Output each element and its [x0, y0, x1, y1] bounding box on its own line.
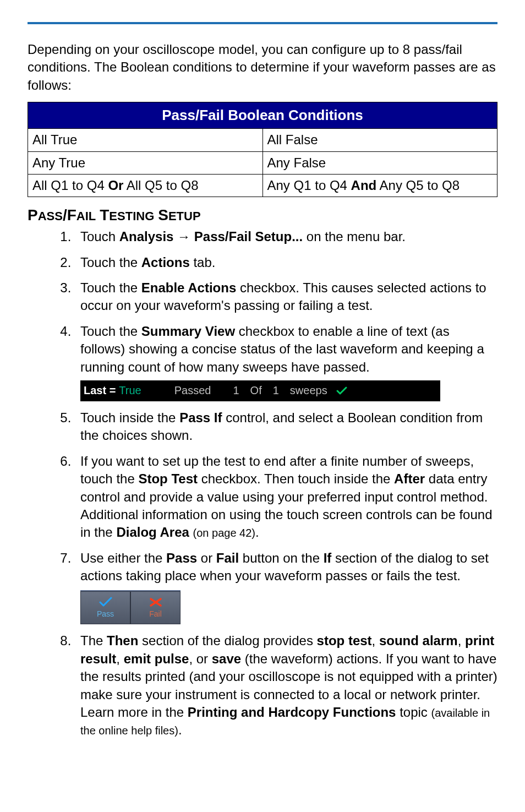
intro-paragraph: Depending on your oscilloscope model, yo…	[28, 41, 497, 94]
step-4: Touch the Summary View checkbox to enabl…	[75, 323, 497, 401]
summary-n1: 1	[227, 383, 244, 398]
step-1: Touch Analysis → Pass/Fail Setup... on t…	[75, 228, 497, 246]
step-3: Touch the Enable Actions checkbox. This …	[75, 279, 497, 315]
pass-button[interactable]: Pass	[80, 591, 130, 624]
check-icon	[333, 384, 348, 397]
steps-list: Touch Analysis → Pass/Fail Setup... on t…	[28, 228, 497, 739]
horizontal-rule	[28, 22, 497, 24]
summary-true: True	[119, 383, 174, 398]
table-row: Any True Any False	[28, 151, 497, 174]
section-heading: PASS/FAIL TESTING SETUP	[28, 205, 497, 226]
summary-n2: 1	[267, 383, 285, 398]
cell-all-true: All True	[28, 129, 263, 151]
x-icon	[149, 597, 163, 608]
summary-label: Last =	[80, 383, 119, 398]
summary-of: Of	[245, 383, 267, 398]
fail-button[interactable]: Fail	[130, 591, 181, 624]
cell-all-false: All False	[262, 129, 497, 151]
cell-q-and: Any Q1 to Q4 And Any Q5 to Q8	[262, 175, 497, 197]
step-8: The Then section of the dialog provides …	[75, 632, 497, 739]
cell-q-or: All Q1 to Q4 Or All Q5 to Q8	[28, 175, 263, 197]
table-header: Pass/Fail Boolean Conditions	[28, 102, 497, 129]
step-2: Touch the Actions tab.	[75, 254, 497, 271]
check-icon	[98, 597, 113, 608]
cell-any-false: Any False	[262, 151, 497, 174]
step-5: Touch inside the Pass If control, and se…	[75, 409, 497, 445]
summary-sweeps: sweeps	[285, 383, 333, 398]
fail-label: Fail	[149, 609, 162, 619]
summary-passed: Passed	[174, 383, 228, 398]
table-row: All True All False	[28, 129, 497, 151]
pass-label: Pass	[97, 609, 114, 619]
cell-any-true: Any True	[28, 151, 263, 174]
summary-status-bar: Last = True Passed 1 Of 1 sweeps	[80, 380, 440, 401]
pass-fail-buttons: Pass Fail	[80, 590, 181, 624]
step-6: If you want to set up the test to end af…	[75, 453, 497, 542]
table-row: All Q1 to Q4 Or All Q5 to Q8 Any Q1 to Q…	[28, 175, 497, 197]
step-7: Use either the Pass or Fail button on th…	[75, 549, 497, 625]
boolean-conditions-table: Pass/Fail Boolean Conditions All True Al…	[28, 102, 497, 197]
